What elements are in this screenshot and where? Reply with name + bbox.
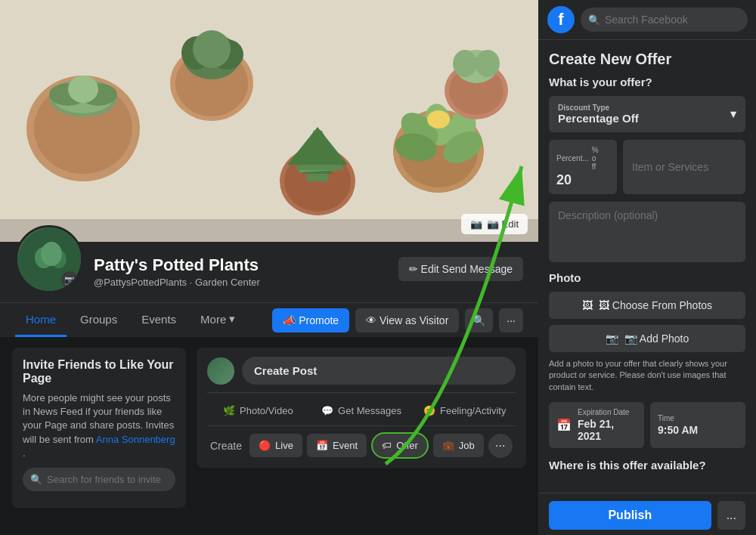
search-input[interactable] — [581, 8, 748, 32]
offer-form-subtitle: What is your offer? — [549, 76, 745, 88]
right-panel: f 🔍 Create New Offer What is your offer?… — [538, 0, 756, 535]
create-post-box: Create Post 🌿 Photo/Video 💬 Get Messages… — [197, 348, 526, 468]
job-button[interactable]: 💼 Job — [433, 434, 484, 457]
invite-desc: More people might see your posts in News… — [23, 391, 175, 460]
invite-title: Invite Friends to Like Your Page — [23, 358, 175, 385]
discount-type-select[interactable]: Discount Type Percentage Off ▾ — [549, 96, 745, 132]
tab-home[interactable]: Home — [15, 304, 67, 337]
expiry-date-value: Feb 21, 2021 — [578, 418, 637, 442]
event-button[interactable]: 📅 Event — [307, 434, 367, 457]
percent-value: 20 — [556, 172, 609, 188]
offer-icon: 🏷 — [382, 440, 392, 451]
search-button[interactable]: 🔍 — [465, 308, 493, 332]
photo-section: Photo 🖼 🖼 Choose From Photos 📷 📷 Add Pho… — [549, 271, 745, 393]
left-panel: 📷 📷 Edit 📷 Patty's Potted Plants @Pattys… — [0, 0, 538, 535]
description-field[interactable]: Description (optional) — [549, 202, 745, 262]
expiry-time-field[interactable]: Time 9:50 AM — [650, 402, 745, 448]
time-value: 9:50 AM — [658, 424, 698, 436]
view-as-visitor-button[interactable]: 👁 View as Visitor — [355, 308, 459, 332]
desc-placeholder: Description (optional) — [558, 209, 736, 221]
svg-rect-35 — [0, 219, 538, 242]
discount-type-group: Discount Type Percentage Off ▾ — [549, 96, 745, 132]
search-icon: 🔍 — [588, 14, 600, 26]
more-nav-button[interactable]: ··· — [499, 308, 523, 332]
expiry-row: 📅 Expiration Date Feb 21, 2021 Time 9:50… — [549, 402, 745, 448]
tab-more[interactable]: More ▾ — [190, 303, 246, 337]
page-handle: @PattysPottedPlants · Garden Center — [94, 277, 260, 288]
percent-field: Percent... %off 20 — [549, 140, 617, 194]
discount-type-value: Percentage Off — [558, 112, 639, 125]
add-photo-button[interactable]: 📷 📷 Add Photo — [549, 325, 745, 352]
create-label: Create — [207, 434, 245, 458]
create-post-header: Create Post — [207, 357, 516, 385]
item-field[interactable]: Item or Services — [623, 140, 745, 194]
expiry-date-field[interactable]: 📅 Expiration Date Feb 21, 2021 — [549, 402, 644, 448]
invite-card: Invite Friends to Like Your Page More pe… — [12, 348, 186, 508]
photo-video-button[interactable]: 🌿 Photo/Video — [207, 399, 309, 422]
publish-button[interactable]: Publish — [549, 501, 711, 530]
more-create-button[interactable]: ··· — [488, 434, 513, 458]
profile-actions: ✏ Edit Send Message — [398, 248, 523, 281]
profile-info: Patty's Potted Plants @PattysPottedPlant… — [94, 248, 260, 288]
left-column: Invite Friends to Like Your Page More pe… — [12, 348, 186, 508]
svg-point-14 — [193, 30, 231, 68]
right-column: Create Post 🌿 Photo/Video 💬 Get Messages… — [197, 348, 526, 508]
offer-form: Create New Offer What is your offer? Dis… — [538, 40, 756, 493]
page-name: Patty's Potted Plants — [94, 255, 260, 275]
svg-point-33 — [453, 50, 477, 77]
edit-send-message-button[interactable]: ✏ Edit Send Message — [398, 257, 523, 281]
live-icon: 🔴 — [259, 440, 271, 451]
offer-form-title: Create New Offer — [549, 51, 745, 68]
chevron-down-icon: ▾ — [229, 312, 235, 326]
create-post-button[interactable]: Create Post — [242, 357, 516, 385]
messages-icon: 💬 — [321, 405, 333, 416]
profile-section: 📷 Patty's Potted Plants @PattysPottedPla… — [0, 242, 538, 302]
svg-point-8 — [68, 76, 98, 103]
photos-icon: 🖼 — [582, 299, 593, 311]
nav-tabs: Home Groups Events More ▾ 📣 Promote 👁 Vi… — [0, 302, 538, 337]
edit-cover-button[interactable]: 📷 📷 Edit — [461, 214, 528, 234]
get-messages-button[interactable]: 💬 Get Messages — [311, 399, 413, 422]
discount-type-label: Discount Type — [558, 104, 639, 112]
nav-actions: 📣 Promote 👁 View as Visitor 🔍 ··· — [272, 308, 523, 332]
svg-point-34 — [476, 50, 500, 77]
post-actions: 🌿 Photo/Video 💬 Get Messages 😊 Feeling/A… — [207, 392, 516, 422]
chevron-down-icon: ▾ — [730, 107, 736, 121]
offer-button[interactable]: 🏷 Offer — [371, 432, 429, 459]
create-post-avatar — [207, 357, 234, 385]
photo-hint: Add a photo to your offer that clearly s… — [549, 358, 745, 393]
more-options-button[interactable]: ... — [717, 501, 745, 530]
event-icon: 📅 — [316, 440, 328, 451]
tab-groups[interactable]: Groups — [70, 304, 128, 337]
choose-from-photos-button[interactable]: 🖼 🖼 Choose From Photos — [549, 292, 745, 319]
bottom-bar: Publish ... — [538, 493, 756, 535]
search-container: 🔍 — [581, 8, 748, 32]
cover-photo: 📷 📷 Edit — [0, 0, 538, 242]
promote-button[interactable]: 📣 Promote — [272, 308, 349, 332]
percent-label-text: Percent... — [556, 154, 589, 162]
camera-icon: 📷 — [470, 218, 482, 230]
search-friends-input[interactable] — [23, 468, 175, 491]
facebook-logo: f — [547, 6, 575, 33]
main-content: Invite Friends to Like Your Page More pe… — [0, 337, 538, 518]
calendar-icon: 📅 — [556, 418, 572, 432]
author-link[interactable]: Anna Sonnenberg — [96, 434, 175, 445]
job-icon: 💼 — [442, 440, 454, 451]
svg-point-39 — [41, 242, 62, 266]
avatar: 📷 — [15, 225, 83, 293]
where-available-label: Where is this offer available? — [549, 459, 745, 472]
live-button[interactable]: 🔴 Live — [249, 434, 302, 457]
create-row: Create 🔴 Live 📅 Event 🏷 Offer 💼 — [207, 425, 516, 459]
percent-unit: %off — [592, 146, 599, 171]
time-label: Time — [658, 414, 698, 422]
feeling-icon: 😊 — [423, 405, 435, 416]
svg-point-29 — [427, 110, 450, 128]
percent-item-row: Percent... %off 20 Item or Services — [549, 140, 745, 194]
camera-add-icon: 📷 — [606, 332, 618, 345]
feeling-activity-button[interactable]: 😊 Feeling/Activity — [414, 399, 516, 422]
avatar-camera-icon[interactable]: 📷 — [61, 271, 78, 288]
item-placeholder: Item or Services — [632, 161, 708, 173]
photo-section-label: Photo — [549, 271, 745, 284]
expiry-label: Expiration Date — [578, 408, 637, 416]
tab-events[interactable]: Events — [131, 304, 187, 337]
